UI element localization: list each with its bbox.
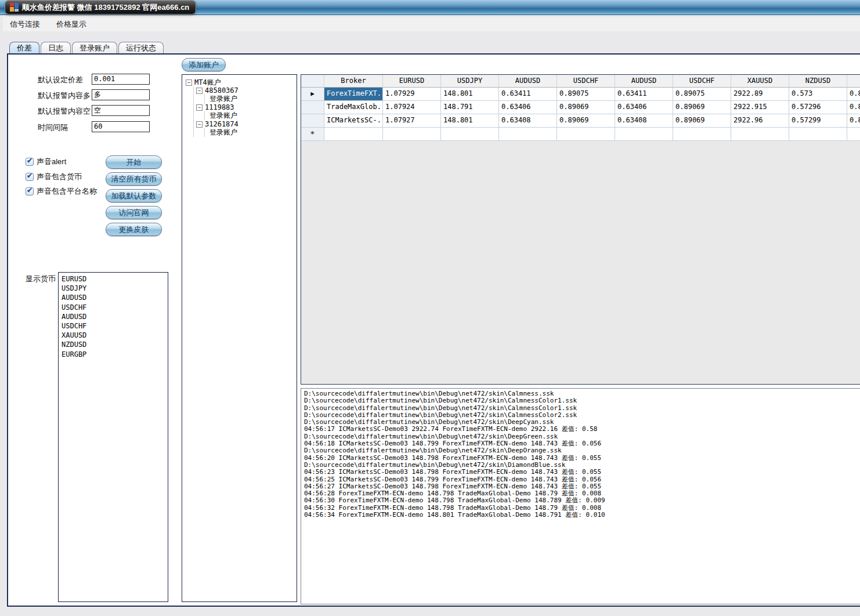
collapse-icon[interactable]: − (186, 79, 192, 86)
grid-value-cell[interactable]: 0.89075 (557, 88, 615, 101)
grid-empty-cell[interactable] (499, 128, 557, 141)
grid-value-cell[interactable]: 0.89075 (673, 88, 731, 101)
currency-list-item[interactable]: AUDUSD (59, 293, 168, 302)
tree-node-account[interactable]: −31261874 (196, 120, 297, 128)
currency-list-item[interactable]: XAUUSD (59, 331, 168, 340)
grid-value-cell[interactable]: 148.801 (441, 114, 499, 128)
default-spread-input[interactable]: 0.001 (92, 74, 150, 85)
grid-empty-cell[interactable] (557, 128, 615, 141)
grid-empty-cell[interactable] (731, 128, 789, 141)
currency-list-item[interactable]: USDCHF (59, 303, 168, 312)
tree-node-mt4-root[interactable]: −MT4账户 (186, 78, 297, 86)
grid-empty-cell[interactable] (789, 128, 847, 141)
grid-column-header[interactable]: USDCHF (557, 75, 615, 88)
alert-content-short-input[interactable]: 空 (92, 105, 150, 116)
grid-value-cell[interactable]: 148.791 (441, 101, 499, 114)
grid-value-cell[interactable]: 0.83 (847, 114, 860, 128)
currency-list-item[interactable]: USDCHF (59, 321, 168, 331)
grid-value-cell[interactable]: 0.63411 (615, 88, 673, 101)
grid-column-header[interactable]: AUDUSD (615, 75, 673, 88)
grid-new-row-selector[interactable]: * (301, 128, 324, 141)
tree-node-login[interactable]: 登录账户 (209, 111, 297, 120)
clear-all-currencies-button[interactable]: 清空所有货币 (106, 172, 162, 186)
grid-value-cell[interactable]: 0.89069 (557, 114, 615, 128)
grid-broker-cell[interactable]: ICMarketsSC-... (324, 114, 383, 128)
tree-node-account[interactable]: −48580367 (196, 86, 297, 95)
change-skin-button[interactable]: 更换皮肤 (106, 223, 162, 236)
tree-node-account[interactable]: −1119883 (196, 103, 297, 111)
grid-value-cell[interactable]: 0.573 (789, 88, 847, 101)
grid-value-cell[interactable]: 1.07924 (383, 101, 441, 114)
grid-value-cell[interactable]: 0.63406 (499, 101, 557, 114)
grid-value-cell[interactable]: 0.57296 (789, 101, 847, 114)
grid-column-header[interactable]: USDCHF (673, 75, 731, 88)
grid-column-header[interactable]: XAUUSD (731, 75, 789, 88)
sound-include-currency-checkbox[interactable]: 声音包含货币 (26, 172, 82, 182)
grid-empty-cell[interactable] (847, 128, 860, 141)
currency-list-item[interactable]: USDJPY (59, 284, 168, 293)
collapse-icon[interactable]: − (196, 121, 203, 128)
menu-item-price-display[interactable]: 价格显示 (56, 19, 86, 30)
grid-corner-cell[interactable] (301, 75, 324, 88)
grid-column-header[interactable]: EURGBP (847, 75, 860, 88)
grid-column-header[interactable]: USDJPY (441, 75, 499, 88)
currency-list-item[interactable]: AUDUSD (59, 312, 168, 321)
collapse-icon[interactable]: − (196, 104, 203, 111)
grid-value-cell[interactable]: 0.63408 (615, 114, 673, 128)
grid-column-header[interactable]: NZDUSD (789, 75, 847, 88)
grid-column-header[interactable]: Broker (324, 75, 383, 88)
grid-value-cell[interactable]: 0.83 (847, 101, 860, 114)
grid-row-selector[interactable]: ▶ (301, 88, 324, 101)
titlebar[interactable]: 顺水鱼价差报警 微信 18391752892 官网ea666.cn (5, 0, 196, 15)
grid-value-cell[interactable]: 0.83 (847, 88, 860, 101)
grid-empty-cell[interactable] (441, 128, 499, 141)
grid-value-cell[interactable]: 0.89069 (673, 114, 731, 128)
grid-value-cell[interactable]: 0.89069 (673, 101, 731, 114)
time-interval-input[interactable]: 60 (92, 121, 150, 132)
grid-row-selector[interactable] (301, 114, 324, 128)
grid-value-cell[interactable]: 2922.915 (731, 101, 789, 114)
menu-item-signal-connect[interactable]: 信号连接 (10, 19, 40, 30)
grid-value-cell[interactable]: 2922.89 (731, 88, 789, 101)
currency-list-item[interactable]: EURUSD (59, 274, 168, 284)
alert-content-long-input[interactable]: 多 (92, 89, 150, 100)
tab-run-status[interactable]: 运行状态 (118, 42, 164, 54)
visit-website-button[interactable]: 访问官网 (106, 206, 162, 219)
start-button[interactable]: 开始 (106, 155, 162, 169)
tab-login-accounts[interactable]: 登录账户 (72, 42, 117, 54)
grid-broker-cell[interactable]: ForexTimeFXT... (324, 88, 383, 101)
grid-value-cell[interactable]: 0.63408 (499, 114, 557, 128)
grid-empty-cell[interactable] (324, 128, 383, 141)
currency-list-item[interactable]: NZDUSD (59, 340, 168, 349)
tree-node-login[interactable]: 登录账户 (209, 95, 297, 103)
grid-empty-cell[interactable] (615, 128, 673, 141)
grid-row-selector[interactable] (301, 101, 324, 114)
grid-value-cell[interactable]: 1.07929 (383, 88, 441, 101)
price-grid[interactable]: BrokerEURUSDUSDJPYAUDUSDUSDCHFAUDUSDUSDC… (301, 74, 860, 385)
collapse-icon[interactable]: − (196, 88, 203, 94)
account-tree[interactable]: −MT4账户−48580367登录账户−1119883登录账户−31261874… (182, 74, 297, 602)
tree-node-login[interactable]: 登录账户 (209, 128, 297, 137)
sound-include-platform-checkbox[interactable]: 声音包含平台名称 (26, 186, 97, 197)
grid-value-cell[interactable]: 0.63406 (615, 101, 673, 114)
grid-broker-cell[interactable]: TradeMaxGlob... (324, 101, 383, 114)
menubar: 信号连接 价格显示 (3, 17, 860, 31)
tab-log[interactable]: 日志 (41, 42, 71, 54)
grid-column-header[interactable]: EURUSD (383, 75, 441, 88)
log-textbox[interactable]: D:\sourcecode\diffalertmutinew\bin\Debug… (301, 388, 860, 604)
load-default-params-button[interactable]: 加载默认参数 (106, 189, 162, 202)
grid-value-cell[interactable]: 0.89069 (557, 101, 615, 114)
grid-column-header[interactable]: AUDUSD (499, 75, 557, 88)
grid-value-cell[interactable]: 0.57299 (789, 114, 847, 128)
grid-value-cell[interactable]: 148.801 (441, 88, 499, 101)
add-account-button[interactable]: 添加账户 (182, 58, 226, 71)
currency-list-item[interactable]: EURGBP (59, 350, 168, 359)
grid-empty-cell[interactable] (383, 128, 441, 141)
grid-value-cell[interactable]: 0.63411 (499, 88, 557, 101)
grid-value-cell[interactable]: 2922.96 (731, 114, 789, 128)
sound-alert-checkbox[interactable]: 声音alert (26, 157, 66, 167)
currency-listbox[interactable]: EURUSDUSDJPYAUDUSDUSDCHFAUDUSDUSDCHFXAUU… (58, 272, 168, 602)
grid-empty-cell[interactable] (673, 128, 731, 141)
grid-value-cell[interactable]: 1.07927 (383, 114, 441, 128)
tab-price-diff[interactable]: 价差 (9, 42, 39, 54)
